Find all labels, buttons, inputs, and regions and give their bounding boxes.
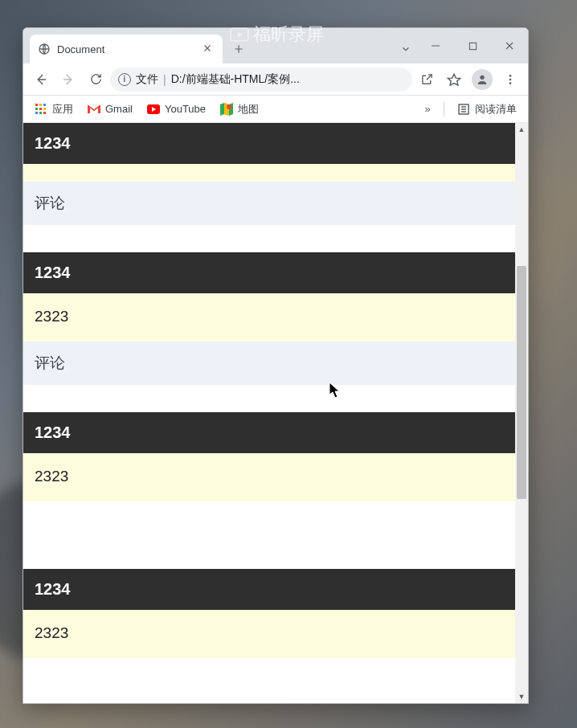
- browser-window: Document i 文件 |: [23, 27, 529, 704]
- chrome-menu-button[interactable]: [497, 67, 523, 92]
- svg-rect-15: [43, 108, 46, 110]
- card-item: 1234 2323: [23, 569, 515, 658]
- card-header: 1234: [23, 569, 515, 610]
- maximize-button[interactable]: [454, 34, 491, 58]
- bookmark-label: 地图: [238, 102, 259, 117]
- window-controls: [417, 33, 528, 59]
- bookmark-button[interactable]: [441, 67, 467, 92]
- card-footer: 评论: [23, 342, 515, 385]
- url-separator: |: [163, 73, 166, 86]
- tab-strip: Document: [23, 28, 528, 63]
- svg-rect-16: [35, 112, 38, 114]
- svg-point-9: [509, 82, 512, 84]
- svg-rect-18: [43, 112, 46, 114]
- new-tab-button[interactable]: [227, 38, 250, 60]
- address-bar: i 文件 | D:/前端基础-HTML/案例...: [23, 63, 528, 96]
- reload-button[interactable]: [83, 67, 108, 92]
- bookmark-youtube[interactable]: YouTube: [141, 100, 212, 119]
- card-body: 2323: [23, 453, 515, 501]
- svg-rect-17: [39, 112, 42, 114]
- page-content[interactable]: 1234 评论 1234 2323 评论 1234 2323 1234 2323: [23, 123, 515, 703]
- url-scheme-label: 文件: [136, 72, 158, 87]
- close-tab-icon[interactable]: [202, 43, 215, 55]
- card-header: 1234: [23, 412, 515, 453]
- bookmarks-overflow[interactable]: »: [418, 103, 437, 115]
- card-item: 1234 评论: [23, 123, 515, 225]
- card-body: [23, 164, 515, 182]
- bookmark-label: 应用: [52, 102, 73, 117]
- scroll-up-arrow[interactable]: ▲: [515, 123, 528, 136]
- reading-list-icon: [457, 103, 470, 116]
- svg-rect-14: [39, 108, 42, 110]
- svg-rect-11: [39, 104, 42, 106]
- scroll-down-arrow[interactable]: ▼: [515, 690, 528, 703]
- youtube-icon: [147, 103, 160, 116]
- card-body: 2323: [23, 293, 515, 342]
- gmail-icon: [88, 103, 100, 116]
- back-button[interactable]: [28, 67, 54, 92]
- bookmark-apps[interactable]: 应用: [28, 99, 80, 120]
- svg-point-8: [509, 78, 512, 80]
- forward-button[interactable]: [55, 67, 81, 92]
- svg-rect-12: [43, 104, 46, 106]
- reading-list-button[interactable]: 阅读清单: [451, 99, 523, 120]
- omnibox[interactable]: i 文件 | D:/前端基础-HTML/案例...: [110, 67, 412, 92]
- scrollbar-thumb[interactable]: [517, 266, 526, 499]
- card-header: 1234: [23, 252, 515, 293]
- svg-point-7: [509, 75, 512, 77]
- bookmarks-bar: 应用 Gmail YouTube 地图 » 阅读清单: [23, 96, 528, 123]
- bookmark-label: YouTube: [165, 103, 206, 115]
- tab-title: Document: [57, 43, 195, 55]
- site-info-icon[interactable]: i: [118, 73, 131, 86]
- minimize-button[interactable]: [417, 34, 454, 58]
- vertical-scrollbar[interactable]: ▲ ▼: [515, 123, 528, 703]
- close-window-button[interactable]: [491, 34, 528, 58]
- svg-marker-5: [448, 74, 460, 85]
- share-button[interactable]: [414, 67, 440, 92]
- card-header: 1234: [23, 123, 515, 164]
- bookmark-maps[interactable]: 地图: [214, 99, 265, 120]
- bookmark-label: Gmail: [105, 103, 133, 115]
- card-item: 1234 2323: [23, 412, 515, 501]
- card-footer: 评论: [23, 182, 515, 225]
- url-text: D:/前端基础-HTML/案例...: [171, 72, 404, 87]
- svg-rect-10: [35, 104, 38, 106]
- apps-icon: [35, 103, 47, 116]
- maps-icon: [220, 103, 233, 116]
- svg-rect-4: [469, 43, 476, 49]
- reading-list-label: 阅读清单: [475, 102, 517, 117]
- bookmark-gmail[interactable]: Gmail: [81, 100, 139, 119]
- tab-search-button[interactable]: [395, 38, 417, 60]
- globe-icon: [38, 43, 51, 55]
- profile-button[interactable]: [472, 69, 493, 90]
- svg-point-6: [480, 75, 484, 79]
- bookmarks-separator: [444, 102, 444, 117]
- content-viewport: 1234 评论 1234 2323 评论 1234 2323 1234 2323: [23, 123, 528, 703]
- browser-tab[interactable]: Document: [30, 35, 223, 63]
- card-item: 1234 2323 评论: [23, 252, 515, 385]
- svg-rect-13: [35, 108, 38, 110]
- card-body: 2323: [23, 610, 515, 658]
- svg-point-23: [227, 104, 231, 109]
